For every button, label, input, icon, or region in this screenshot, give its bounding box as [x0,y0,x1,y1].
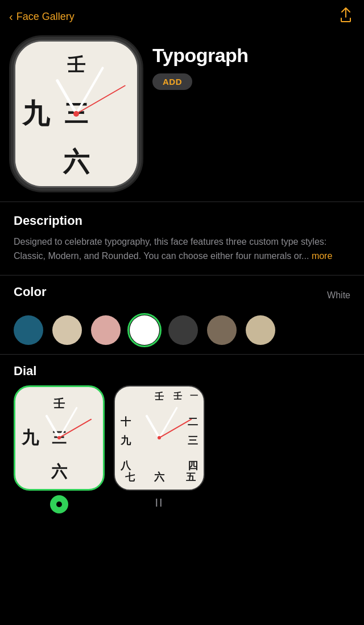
watch-info: Typograph ADD [152,40,249,90]
swatch-pink[interactable] [91,315,121,345]
d2-bot-center: 六 [154,470,164,484]
d2-top-left: 壬 [155,391,164,403]
dial-title: Dial [14,364,350,379]
watch-face-preview: 壬 九 三 六 [14,40,139,188]
d2-top-mid: 壬 [173,391,182,402]
dial-indicator-inner [56,501,62,507]
dial-options: 壬 九 三 六 [14,385,350,513]
watch-title: Typograph [152,44,249,67]
dial-modern-face: 壬 壬 一 十 二 九 三 八 四 七 六 五 [115,386,204,490]
small-minute-2 [159,407,178,438]
small-dot-2 [158,436,161,439]
d2-bot-right2: 五 [186,471,196,484]
d2-bot-left2: 七 [125,471,135,484]
bottom-spacer [0,523,364,545]
d2-center-left: 九 [121,434,131,447]
d2-mid-right: 二 [188,415,198,429]
more-link[interactable]: more [312,251,332,261]
swatch-tan[interactable] [246,315,275,345]
back-label: Face Gallery [16,11,75,23]
center-dot [73,111,79,117]
sc-top: 壬 [44,387,73,421]
back-chevron-icon: ‹ [9,10,13,23]
back-button[interactable]: ‹ Face Gallery [9,10,75,23]
color-header: Color White [14,285,350,306]
add-button[interactable]: ADD [152,73,192,90]
header: ‹ Face Gallery [0,0,364,31]
swatch-cream[interactable] [52,315,82,345]
sc-bot: 六 [44,455,73,489]
swatch-teal[interactable] [14,315,43,345]
dial-unselected-indicator: II [155,495,163,509]
d2-center-right: 三 [188,434,198,447]
description-text: Designed to celebrate typography, this f… [14,235,350,264]
d2-top-right: 一 [190,391,198,401]
watch-char-bottom: 六 [56,138,96,186]
swatch-dark-gray[interactable] [168,315,198,345]
swatch-brown[interactable] [207,315,237,345]
dial-section: Dial 壬 九 三 六 [0,355,364,523]
description-section: Description Designed to celebrate typogr… [0,202,364,275]
small-hour-2 [145,414,160,438]
color-swatches [14,315,350,345]
watch-char-top: 壬 [56,42,96,90]
share-button[interactable] [339,7,353,26]
dial-option-modern[interactable]: 壬 壬 一 十 二 九 三 八 四 七 六 五 [114,385,205,491]
watch-preview: 壬 九 三 六 Typograph ADD [0,31,364,202]
dial-option-classic[interactable]: 壬 九 三 六 [14,385,105,491]
sc-left: 九 [15,421,44,455]
dial-indicator-text: II [155,496,163,509]
swatch-white[interactable] [130,315,159,345]
d2-mid-left: 十 [121,415,131,429]
color-title: Color [14,285,46,299]
description-title: Description [14,213,350,228]
color-current-value: White [327,290,350,301]
color-section: Color White [0,276,364,354]
dial-selected-indicator [50,495,68,513]
dial-classic-chars: 壬 九 三 六 [15,387,103,489]
watch-char-left: 九 [15,90,56,138]
